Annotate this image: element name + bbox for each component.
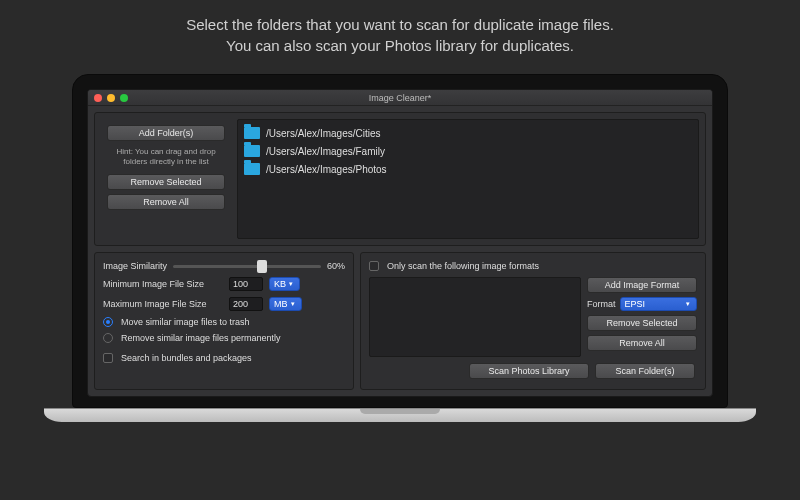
headline-line2: You can also scan your Photos library fo… — [0, 35, 800, 56]
radio-trash-label: Move similar image files to trash — [121, 317, 250, 327]
only-scan-label: Only scan the following image formats — [387, 261, 539, 271]
folder-icon — [244, 163, 260, 175]
similarity-slider[interactable] — [173, 265, 321, 268]
app-window: Image Cleaner* Add Folder(s) Hint: You c… — [87, 89, 713, 397]
radio-icon[interactable] — [103, 317, 113, 327]
folder-path: /Users/Alex/Images/Cities — [266, 128, 380, 139]
max-size-unit-value: MB — [274, 299, 288, 309]
folder-row[interactable]: /Users/Alex/Images/Cities — [242, 124, 694, 142]
max-size-unit-select[interactable]: MB ▾ — [269, 297, 302, 311]
folder-row[interactable]: /Users/Alex/Images/Family — [242, 142, 694, 160]
scan-folders-button[interactable]: Scan Folder(s) — [595, 363, 695, 379]
radio-remove-permanently[interactable]: Remove similar image files permanently — [103, 333, 345, 343]
folder-list[interactable]: /Users/Alex/Images/Cities /Users/Alex/Im… — [237, 119, 699, 239]
add-folders-button[interactable]: Add Folder(s) — [107, 125, 225, 141]
checkbox-only-scan-formats[interactable]: Only scan the following image formats — [369, 261, 697, 271]
chevron-updown-icon: ▾ — [291, 300, 295, 308]
format-select-value: EPSI — [625, 299, 646, 309]
format-label: Format — [587, 299, 616, 309]
folder-path: /Users/Alex/Images/Family — [266, 146, 385, 157]
laptop-frame: Image Cleaner* Add Folder(s) Hint: You c… — [72, 74, 728, 422]
drag-drop-hint: Hint: You can drag and drop folders dire… — [107, 145, 225, 170]
remove-selected-format-button[interactable]: Remove Selected — [587, 315, 697, 331]
similarity-value: 60% — [327, 261, 345, 271]
min-size-label: Minimum Image File Size — [103, 279, 223, 289]
laptop-base — [44, 408, 756, 422]
folder-icon — [244, 127, 260, 139]
remove-all-folders-button[interactable]: Remove All — [107, 194, 225, 210]
scan-settings-panel: Image Similarity 60% Minimum Image File … — [94, 252, 354, 390]
checkbox-search-bundles[interactable]: Search in bundles and packages — [103, 353, 345, 363]
remove-all-formats-button[interactable]: Remove All — [587, 335, 697, 351]
min-size-input[interactable] — [229, 277, 263, 291]
scan-photos-library-button[interactable]: Scan Photos Library — [469, 363, 589, 379]
radio-icon[interactable] — [103, 333, 113, 343]
folder-row[interactable]: /Users/Alex/Images/Photos — [242, 160, 694, 178]
chevron-updown-icon: ▾ — [289, 280, 293, 288]
checkbox-icon[interactable] — [369, 261, 379, 271]
folder-path: /Users/Alex/Images/Photos — [266, 164, 387, 175]
min-size-unit-value: KB — [274, 279, 286, 289]
format-list[interactable] — [369, 277, 581, 357]
checkbox-icon[interactable] — [103, 353, 113, 363]
radio-move-trash[interactable]: Move similar image files to trash — [103, 317, 345, 327]
slider-thumb-icon[interactable] — [257, 260, 267, 273]
window-title: Image Cleaner* — [88, 93, 712, 103]
titlebar[interactable]: Image Cleaner* — [88, 90, 712, 106]
min-size-unit-select[interactable]: KB ▾ — [269, 277, 300, 291]
format-select[interactable]: EPSI ▾ — [620, 297, 697, 311]
chevron-updown-icon: ▾ — [686, 300, 690, 308]
folder-sidebar: Add Folder(s) Hint: You can drag and dro… — [101, 119, 231, 239]
max-size-label: Maximum Image File Size — [103, 299, 223, 309]
remove-selected-folder-button[interactable]: Remove Selected — [107, 174, 225, 190]
max-size-input[interactable] — [229, 297, 263, 311]
similarity-label: Image Similarity — [103, 261, 167, 271]
add-image-format-button[interactable]: Add Image Format — [587, 277, 697, 293]
radio-perm-label: Remove similar image files permanently — [121, 333, 281, 343]
folder-icon — [244, 145, 260, 157]
search-bundles-label: Search in bundles and packages — [121, 353, 252, 363]
headline-line1: Select the folders that you want to scan… — [0, 14, 800, 35]
formats-panel: Only scan the following image formats Ad… — [360, 252, 706, 390]
instruction-headline: Select the folders that you want to scan… — [0, 0, 800, 56]
